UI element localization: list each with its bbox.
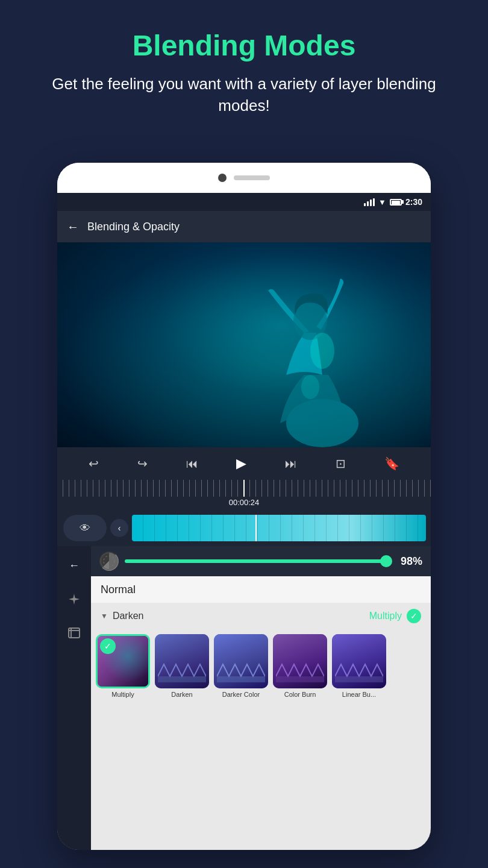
blend-mode-darken[interactable]: Darken (155, 634, 209, 698)
svg-rect-12 (335, 676, 383, 682)
visibility-toggle[interactable]: 👁 (63, 515, 107, 541)
blending-mode-row: Normal (91, 576, 431, 603)
bottom-panel: ← (57, 546, 431, 850)
collapse-icon: ▼ (101, 612, 108, 620)
screen-title: Blending & Opacity (87, 221, 180, 233)
blend-mode-multiply[interactable]: ✓ Multiply (96, 634, 150, 698)
phone-camera (218, 174, 227, 182)
opacity-value: 98% (393, 555, 422, 568)
blend-mode-darker-color[interactable]: Darker Color (214, 634, 268, 698)
svg-point-2 (310, 333, 334, 369)
video-frame (57, 242, 431, 447)
group-label: Darken (113, 611, 369, 621)
color-burn-label: Color Burn (284, 691, 316, 698)
darken-thumbnail (155, 634, 209, 688)
svg-rect-11 (276, 676, 324, 682)
playhead-needle[interactable] (243, 480, 245, 497)
slider-track (125, 559, 387, 563)
left-toolbar: ← (57, 546, 91, 850)
skip-to-end-button[interactable]: ⏭ (285, 457, 297, 471)
page-subtitle: Get the feeling you want with a variety … (36, 73, 452, 117)
back-button[interactable]: ← (67, 220, 79, 234)
add-effect-button[interactable] (63, 588, 85, 610)
page-title: Blending Modes (36, 29, 452, 62)
wifi-icon: ▼ (378, 198, 386, 207)
signal-bars-icon (364, 198, 375, 206)
play-button[interactable]: ▶ (236, 456, 246, 471)
current-blend-mode-label: Normal (101, 583, 136, 596)
person-silhouette (226, 254, 383, 447)
blend-mode-icon (99, 552, 119, 571)
skip-to-start-button[interactable]: ⏮ (186, 457, 198, 471)
timeline-strip-row: 👁 ‹ (57, 510, 431, 546)
blend-mode-thumbnails: ✓ Multiply (91, 629, 431, 850)
blend-mode-color-burn[interactable]: Color Burn (273, 634, 327, 698)
linear-burn-thumbnail (332, 634, 386, 688)
timeline-controls: ↩ ↪ ⏮ ▶ ⏭ ⊡ 🔖 (57, 447, 431, 480)
svg-rect-4 (69, 628, 80, 638)
multiply-thumbnail: ✓ (96, 634, 150, 688)
phone-speaker (234, 175, 270, 180)
slider-thumb (380, 555, 392, 567)
bookmark-button[interactable]: 🔖 (384, 456, 399, 471)
app-topbar: ← Blending & Opacity (57, 211, 431, 242)
phone-mockup: ▼ 2:30 ← Blending & Opacity (57, 163, 431, 850)
phone-screen: ▼ 2:30 ← Blending & Opacity (57, 193, 431, 850)
darken-group-row[interactable]: ▼ Darken Multiply ✓ (91, 603, 431, 629)
selected-check-icon: ✓ (407, 609, 421, 623)
trim-button[interactable] (63, 622, 85, 644)
back-to-timeline-button[interactable]: ← (63, 555, 85, 576)
color-burn-thumbnail (273, 634, 327, 688)
video-preview (57, 242, 431, 447)
selected-mode-label: Multiply (369, 611, 402, 621)
timestamp-display: 00:00:24 (57, 497, 431, 510)
undo-button[interactable]: ↩ (89, 456, 99, 471)
phone-top-bar (57, 163, 431, 193)
right-panel: 98% Normal ▼ Darken Multiply ✓ (91, 546, 431, 850)
add-clip-button[interactable]: ⊡ (336, 456, 346, 471)
svg-point-3 (301, 375, 319, 399)
blend-mode-linear-burn[interactable]: Linear Bu... (332, 634, 386, 698)
redo-button[interactable]: ↪ (137, 456, 148, 471)
opacity-row: 98% (91, 546, 431, 576)
darker-color-label: Darker Color (222, 691, 260, 698)
status-bar-time: 2:30 (405, 197, 422, 207)
darker-color-thumbnail (214, 634, 268, 688)
svg-rect-10 (217, 676, 265, 682)
eye-icon: 👁 (80, 522, 90, 535)
status-bar: ▼ 2:30 (57, 193, 431, 211)
svg-rect-9 (158, 676, 206, 682)
opacity-slider[interactable] (125, 559, 387, 563)
video-strip-track[interactable] (132, 515, 426, 541)
collapse-strip-button[interactable]: ‹ (110, 519, 128, 537)
linear-burn-label: Linear Bu... (342, 691, 376, 698)
page-header: Blending Modes Get the feeling you want … (0, 0, 488, 135)
multiply-check: ✓ (100, 638, 116, 654)
multiply-label: Multiply (111, 691, 134, 698)
timeline-ruler (57, 480, 431, 497)
battery-icon (390, 199, 402, 206)
darken-label: Darken (171, 691, 192, 698)
